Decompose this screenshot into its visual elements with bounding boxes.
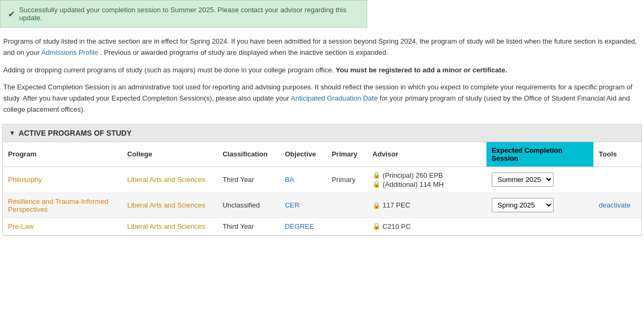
objective-cell: BA: [279, 167, 326, 193]
check-icon: ✔: [8, 9, 15, 19]
advisor-principal-text: (Principal) 260 EPB: [383, 171, 443, 179]
program-cell: Philosophy: [3, 167, 122, 193]
completion-session-select-resilience[interactable]: Spring 2025 Summer 2025 Fall 2025 Spring…: [492, 198, 554, 212]
info-paragraph-1: Programs of study listed in the active s…: [3, 36, 641, 59]
classification-cell: Third Year: [217, 167, 279, 193]
advisor-single-line: 🔒 117 PEC: [373, 201, 481, 209]
info-paragraph-3: The Expected Completion Session is an ad…: [3, 82, 641, 115]
college-link-resilience[interactable]: Liberal Arts and Sciences: [127, 201, 205, 209]
col-header-advisor: Advisor: [367, 142, 486, 167]
objective-link-prelaw[interactable]: DEGREE: [285, 222, 314, 230]
lock-icon-3: 🔒: [373, 202, 381, 209]
success-message: Successfully updated your completion ses…: [19, 6, 359, 22]
table-row: Philosophy Liberal Arts and Sciences Thi…: [3, 167, 641, 193]
advisor-cell: 🔒 (Principal) 260 EPB 🔒 (Additional) 114…: [367, 167, 486, 193]
col-header-expected-completion: Expected Completion Session: [486, 142, 594, 167]
col-header-classification: Classification: [217, 142, 279, 167]
completion-session-cell: [486, 218, 594, 235]
advisor-cell: 🔒 117 PEC: [367, 193, 486, 218]
college-cell: Liberal Arts and Sciences: [122, 167, 217, 193]
active-programs-section: ▼ ACTIVE PROGRAMS OF STUDY Program Colle…: [2, 124, 642, 236]
table-row: Resilience and Trauma-Informed Perspecti…: [3, 193, 641, 218]
chevron-down-icon: ▼: [9, 129, 15, 137]
college-link-philosophy[interactable]: Liberal Arts and Sciences: [127, 176, 205, 184]
advisor-additional-text: (Additional) 114 MH: [383, 180, 444, 188]
college-cell: Liberal Arts and Sciences: [122, 193, 217, 218]
college-link-prelaw[interactable]: Liberal Arts and Sciences: [127, 222, 205, 230]
lock-icon-2: 🔒: [373, 180, 381, 188]
success-banner: ✔ Successfully updated your completion s…: [0, 0, 367, 28]
objective-cell: CER: [279, 193, 326, 218]
tools-cell: deactivate: [593, 193, 641, 218]
objective-cell: DEGREE: [279, 218, 326, 235]
table-header-row: Program College Classification Objective…: [3, 142, 641, 167]
college-cell: Liberal Arts and Sciences: [122, 218, 217, 235]
info-section: Programs of study listed in the active s…: [0, 36, 644, 115]
col-header-college: College: [122, 142, 217, 167]
lock-icon: 🔒: [373, 171, 381, 179]
tools-cell: [593, 218, 641, 235]
section-header[interactable]: ▼ ACTIVE PROGRAMS OF STUDY: [3, 125, 641, 142]
program-link-resilience[interactable]: Resilience and Trauma-Informed Perspecti…: [8, 197, 109, 213]
advisor-single-text-prelaw: C210 PC: [383, 222, 411, 230]
classification-cell: Third Year: [217, 218, 279, 235]
completion-session-select-philosophy[interactable]: Summer 2025 Fall 2025 Spring 2026 Summer…: [492, 172, 554, 187]
anticipated-graduation-link[interactable]: Anticipated Graduation Date: [291, 94, 377, 102]
col-header-objective: Objective: [279, 142, 326, 167]
programs-table: Program College Classification Objective…: [3, 142, 641, 235]
program-cell: Resilience and Trauma-Informed Perspecti…: [3, 193, 122, 218]
program-cell: Pre-Law: [3, 218, 122, 235]
advisor-single-text: 117 PEC: [383, 201, 410, 209]
program-link-philosophy[interactable]: Philosophy: [8, 176, 42, 184]
bold-notice: You must be registered to add a minor or…: [336, 66, 507, 74]
advisor-cell: 🔒 C210 PC: [367, 218, 486, 235]
objective-link-philosophy[interactable]: BA: [285, 176, 294, 184]
advisor-info: 🔒 (Principal) 260 EPB 🔒 (Additional) 114…: [373, 171, 481, 188]
section-title: ACTIVE PROGRAMS OF STUDY: [19, 129, 131, 137]
info-paragraph-2: Adding or dropping current programs of s…: [3, 65, 641, 76]
col-header-program: Program: [3, 142, 122, 167]
col-header-tools: Tools: [593, 142, 641, 167]
tools-cell: [593, 167, 641, 193]
primary-cell: [326, 193, 367, 218]
program-link-prelaw[interactable]: Pre-Law: [8, 222, 34, 230]
table-row: Pre-Law Liberal Arts and Sciences Third …: [3, 218, 641, 235]
lock-icon-4: 🔒: [373, 222, 381, 230]
primary-cell: Primary: [326, 167, 367, 193]
admissions-profile-link[interactable]: Admissions Profile: [42, 48, 98, 56]
primary-cell: [326, 218, 367, 235]
advisor-additional-line: 🔒 (Additional) 114 MH: [373, 180, 481, 188]
deactivate-link-resilience[interactable]: deactivate: [599, 201, 630, 209]
advisor-principal-line: 🔒 (Principal) 260 EPB: [373, 171, 481, 179]
completion-session-cell: Summer 2025 Fall 2025 Spring 2026 Summer…: [486, 167, 594, 193]
completion-session-cell: Spring 2025 Summer 2025 Fall 2025 Spring…: [486, 193, 594, 218]
col-header-primary: Primary: [326, 142, 367, 167]
objective-link-resilience[interactable]: CER: [285, 201, 299, 209]
classification-cell: Unclassified: [217, 193, 279, 218]
advisor-single-line-prelaw: 🔒 C210 PC: [373, 222, 481, 230]
